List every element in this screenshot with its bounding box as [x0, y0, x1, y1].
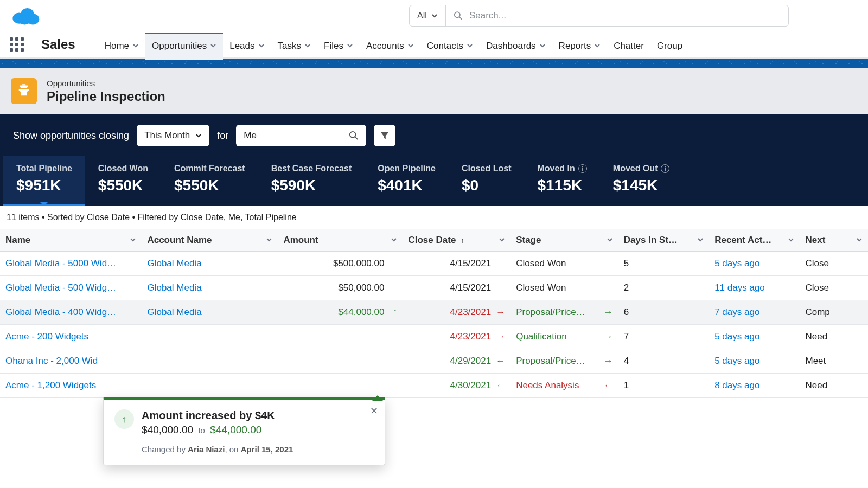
search-scope-selector[interactable]: All — [410, 5, 446, 26]
nav-files[interactable]: Files — [317, 33, 360, 60]
metric-closed-won[interactable]: Closed Won$550K — [85, 156, 161, 206]
chevron-down-icon[interactable] — [607, 235, 613, 246]
cell-next: Close — [800, 276, 868, 300]
metric-commit-forecast[interactable]: Commit Forecast$550K — [161, 156, 258, 206]
metric-moved-out[interactable]: Moved Outi$145K — [600, 156, 683, 206]
metric-total-pipeline[interactable]: Total Pipeline$951K — [3, 156, 85, 206]
chevron-down-icon[interactable] — [130, 235, 136, 246]
recent-activity-link[interactable]: 5 days ago — [714, 356, 760, 366]
nav-label: Accounts — [366, 41, 404, 52]
opportunity-link[interactable]: Global Media - 400 Widg… — [5, 307, 116, 317]
nav-accounts[interactable]: Accounts — [360, 33, 420, 60]
account-link[interactable]: Global Media — [147, 307, 201, 317]
column-name[interactable]: Name — [0, 229, 142, 252]
search-scope-label: All — [417, 11, 427, 21]
column-amount[interactable]: Amount — [278, 229, 403, 252]
cell-days: 7 — [618, 325, 709, 349]
metric-best-case-forecast[interactable]: Best Case Forecast$590K — [258, 156, 365, 206]
recent-activity-link[interactable]: 5 days ago — [714, 331, 760, 342]
account-link[interactable]: Global Media — [147, 282, 201, 293]
list-summary: 11 items • Sorted by Close Date • Filter… — [0, 206, 868, 229]
global-search[interactable]: All — [409, 5, 789, 27]
column-recent-act-[interactable]: Recent Act… — [709, 229, 800, 252]
decorative-strip — [0, 59, 868, 68]
chevron-down-icon[interactable] — [266, 235, 272, 246]
account-link[interactable]: Global Media — [147, 258, 201, 268]
nav-label: Chatter — [614, 41, 644, 52]
cell-next: Need — [800, 325, 868, 349]
cell-close-date: 4/30/2021← — [403, 374, 510, 398]
column-close-date[interactable]: Close Date ↑ — [403, 229, 510, 252]
search-input[interactable] — [469, 10, 781, 21]
recent-activity-link[interactable]: 11 days ago — [714, 282, 765, 293]
column-stage[interactable]: Stage — [510, 229, 618, 252]
chevron-down-icon[interactable] — [539, 41, 546, 52]
chevron-down-icon[interactable] — [258, 41, 265, 52]
chevron-down-icon[interactable] — [467, 41, 473, 52]
recent-activity-link[interactable]: 7 days ago — [714, 307, 760, 317]
column-days-in-st-[interactable]: Days In St… — [618, 229, 709, 252]
salesforce-logo[interactable] — [11, 5, 40, 26]
nav-label: Contacts — [427, 41, 463, 52]
arrow-icon: → — [604, 356, 613, 367]
nav-label: Opportunities — [152, 41, 207, 52]
nav-label: Leads — [229, 41, 254, 52]
info-icon[interactable]: i — [661, 164, 669, 173]
chevron-down-icon[interactable] — [304, 41, 311, 52]
cell-name: Acme - 200 Widgets — [0, 325, 142, 349]
nav-group[interactable]: Group — [650, 33, 689, 60]
search-icon — [454, 11, 463, 21]
filter-for-text: for — [217, 130, 228, 142]
chevron-down-icon[interactable] — [788, 235, 794, 246]
opportunity-link[interactable]: Acme - 200 Widgets — [5, 331, 88, 342]
nav-home[interactable]: Home — [98, 33, 145, 60]
owner-selector[interactable]: Me — [236, 125, 366, 146]
nav-leads[interactable]: Leads — [223, 33, 271, 60]
chevron-down-icon[interactable] — [697, 235, 704, 246]
cell-recent: 5 days ago — [709, 325, 800, 349]
arrow-icon: ← — [496, 380, 505, 391]
metric-moved-in[interactable]: Moved Ini$115K — [524, 156, 599, 206]
cell-close-date: 4/23/2021→ — [403, 300, 510, 325]
chevron-down-icon[interactable] — [407, 41, 414, 52]
nav-chatter[interactable]: Chatter — [607, 33, 650, 60]
cell-stage: Closed Won — [510, 276, 618, 300]
cell-account: Global Media — [142, 276, 278, 300]
recent-activity-link[interactable]: 5 days ago — [714, 258, 760, 268]
nav-tasks[interactable]: Tasks — [271, 33, 317, 60]
cell-days: 1 — [618, 374, 709, 398]
chevron-down-icon[interactable] — [856, 235, 863, 246]
page-header: Opportunities Pipeline Inspection — [0, 68, 868, 114]
column-account-name[interactable]: Account Name — [142, 229, 278, 252]
opportunity-link[interactable]: Global Media - 5000 Wid… — [5, 258, 116, 268]
chevron-down-icon[interactable] — [210, 41, 216, 52]
chevron-down-icon[interactable] — [347, 41, 353, 52]
opportunity-link[interactable]: Global Media - 500 Widg… — [5, 282, 116, 293]
metric-open-pipeline[interactable]: Open Pipeline$401K — [365, 156, 449, 206]
filter-button[interactable] — [374, 125, 395, 146]
cell-amount: $500,000.00 — [278, 252, 403, 276]
metric-value: $550K — [174, 177, 245, 194]
nav-dashboards[interactable]: Dashboards — [480, 33, 552, 60]
opportunity-link[interactable]: Ohana Inc - 2,000 Wid — [5, 356, 98, 366]
nav-contacts[interactable]: Contacts — [420, 33, 480, 60]
nav-reports[interactable]: Reports — [552, 33, 608, 60]
cell-next: Meet — [800, 349, 868, 374]
column-next[interactable]: Next — [800, 229, 868, 252]
close-period-selector[interactable]: This Month — [137, 125, 209, 146]
cell-amount — [278, 349, 403, 374]
chevron-down-icon[interactable] — [391, 235, 397, 246]
cell-stage: Needs Analysis← — [510, 374, 618, 398]
arrow-icon: ← — [604, 380, 613, 391]
info-icon[interactable]: i — [578, 164, 587, 173]
chevron-down-icon[interactable] — [594, 41, 601, 52]
nav-opportunities[interactable]: Opportunities — [145, 33, 223, 60]
opportunity-link[interactable]: Acme - 1,200 Widgets — [5, 380, 96, 390]
filter-lead-text: Show opportunities closing — [13, 130, 129, 142]
chevron-down-icon[interactable] — [132, 41, 139, 52]
recent-activity-link[interactable]: 8 days ago — [714, 380, 760, 390]
metric-closed-lost[interactable]: Closed Lost$0 — [449, 156, 525, 206]
cell-next: Need — [800, 374, 868, 398]
chevron-down-icon[interactable] — [499, 235, 505, 246]
app-launcher-icon[interactable] — [10, 37, 24, 52]
